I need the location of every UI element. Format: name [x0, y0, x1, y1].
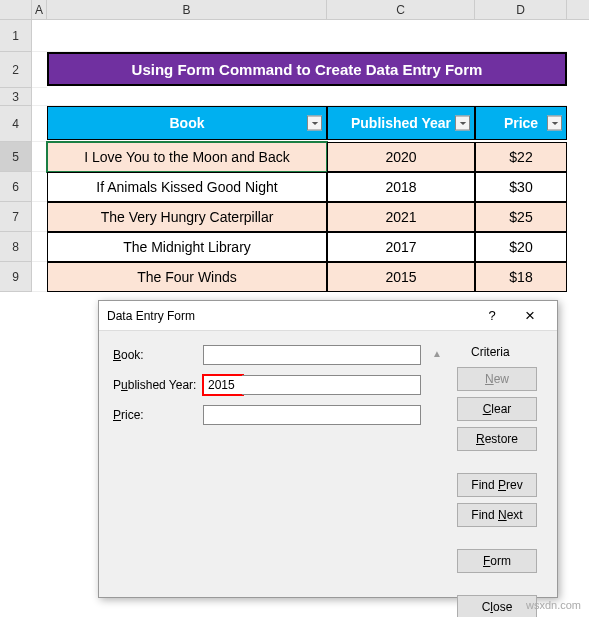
row-header-4[interactable]: 4 [0, 106, 32, 142]
table-header-price[interactable]: Price [475, 106, 567, 140]
scroll-up-icon[interactable]: ▲ [429, 345, 445, 361]
dialog-titlebar[interactable]: Data Entry Form ? × [99, 301, 557, 331]
row-header-3[interactable]: 3 [0, 88, 32, 106]
close-icon[interactable]: × [511, 306, 549, 326]
filter-dropdown-icon[interactable] [455, 116, 470, 131]
cell[interactable] [32, 202, 47, 232]
table-cell-year[interactable]: 2018 [327, 172, 475, 202]
cell[interactable] [475, 20, 567, 52]
help-button[interactable]: ? [473, 308, 511, 323]
new-button[interactable]: New [457, 367, 537, 391]
year-input-ext[interactable] [242, 375, 421, 395]
table-cell-book[interactable]: I Love You to the Moon and Back [47, 142, 327, 172]
table-cell-year[interactable]: 2017 [327, 232, 475, 262]
row-header-9[interactable]: 9 [0, 262, 32, 292]
table-cell-year[interactable]: 2021 [327, 202, 475, 232]
col-header-a[interactable]: A [32, 0, 47, 19]
year-input[interactable] [203, 375, 243, 395]
table-cell-price[interactable]: $30 [475, 172, 567, 202]
price-label: Price: [113, 408, 203, 422]
select-all-corner[interactable] [0, 0, 32, 19]
clear-button[interactable]: Clear [457, 397, 537, 421]
book-input[interactable] [203, 345, 421, 365]
table-cell-price[interactable]: $25 [475, 202, 567, 232]
table-cell-year[interactable]: 2020 [327, 142, 475, 172]
criteria-label: Criteria [457, 345, 543, 359]
cell[interactable] [32, 172, 47, 202]
table-header-book[interactable]: Book [47, 106, 327, 140]
col-header-b[interactable]: B [47, 0, 327, 19]
filter-dropdown-icon[interactable] [547, 116, 562, 131]
table-cell-book[interactable]: The Midnight Library [47, 232, 327, 262]
record-scrollbar[interactable]: ▲ [427, 345, 447, 617]
price-input[interactable] [203, 405, 421, 425]
page-title: Using Form Command to Create Data Entry … [47, 52, 567, 86]
form-fields: Book: Published Year: Price: [113, 345, 421, 617]
cell[interactable] [327, 88, 475, 106]
col-header-d[interactable]: D [475, 0, 567, 19]
col-header-c[interactable]: C [327, 0, 475, 19]
cell[interactable] [32, 88, 47, 106]
table-cell-price[interactable]: $20 [475, 232, 567, 262]
watermark: wsxdn.com [526, 599, 581, 611]
table-cell-price[interactable]: $18 [475, 262, 567, 292]
column-headers: A B C D [0, 0, 589, 20]
book-label: Book: [113, 348, 203, 362]
table-cell-book[interactable]: The Very Hungry Caterpillar [47, 202, 327, 232]
cell[interactable] [32, 20, 47, 52]
cell[interactable] [327, 20, 475, 52]
table-cell-price[interactable]: $22 [475, 142, 567, 172]
table-cell-year[interactable]: 2015 [327, 262, 475, 292]
row-header-7[interactable]: 7 [0, 202, 32, 232]
form-button[interactable]: Form [457, 549, 537, 573]
row-header-1[interactable]: 1 [0, 20, 32, 52]
dialog-button-column: Criteria New Clear Restore Find Prev Fin… [457, 345, 543, 617]
table-cell-book[interactable]: If Animals Kissed Good Night [47, 172, 327, 202]
row-header-8[interactable]: 8 [0, 232, 32, 262]
data-entry-form-dialog: Data Entry Form ? × Book: Published Year… [98, 300, 558, 598]
cell[interactable] [32, 232, 47, 262]
find-next-button[interactable]: Find Next [457, 503, 537, 527]
row-header-6[interactable]: 6 [0, 172, 32, 202]
filter-dropdown-icon[interactable] [307, 116, 322, 131]
dialog-title: Data Entry Form [107, 309, 473, 323]
cell[interactable] [47, 20, 327, 52]
cell[interactable] [475, 88, 567, 106]
cell[interactable] [47, 88, 327, 106]
spreadsheet-grid: A B C D 1 2 Using Form Command to Create… [0, 0, 589, 292]
table-header-year[interactable]: Published Year [327, 106, 475, 140]
row-header-2[interactable]: 2 [0, 52, 32, 88]
year-label: Published Year: [113, 378, 203, 392]
restore-button[interactable]: Restore [457, 427, 537, 451]
row-header-5[interactable]: 5 [0, 142, 32, 172]
table-cell-book[interactable]: The Four Winds [47, 262, 327, 292]
cell[interactable] [32, 142, 47, 172]
cell[interactable] [32, 106, 47, 142]
find-prev-button[interactable]: Find Prev [457, 473, 537, 497]
cell[interactable] [32, 52, 47, 88]
cell[interactable] [32, 262, 47, 292]
